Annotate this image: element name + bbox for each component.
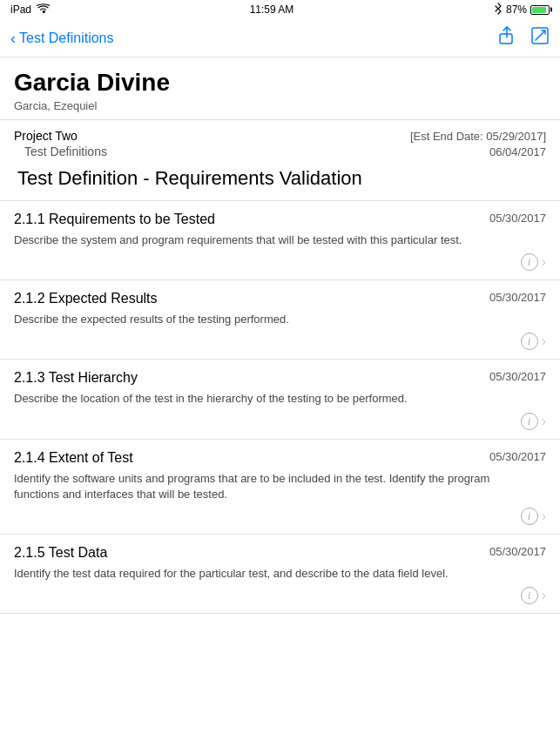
section-description: Identify the test data required for the … — [14, 566, 546, 582]
section-title: 2.1.4 Extent of Test — [14, 450, 133, 466]
chevron-right-icon: › — [542, 414, 546, 429]
info-icon[interactable]: i — [521, 333, 538, 350]
section-item: 2.1.1 Requirements to be Tested 05/30/20… — [0, 201, 560, 280]
section-header: 2.1.1 Requirements to be Tested 05/30/20… — [14, 212, 546, 227]
wifi-icon — [37, 3, 50, 16]
nav-bar: ‹ Test Definitions — [0, 19, 560, 57]
est-end-date: [Est End Date: 05/29/2017] 06/04/2017 — [410, 129, 546, 160]
section-description: Identify the software units and programs… — [14, 471, 546, 502]
battery-percent: 87% — [506, 3, 527, 16]
section-footer: i › — [14, 333, 546, 350]
section-date: 05/30/2017 — [489, 291, 546, 304]
section-header: 2.1.3 Test Hierarchy 05/30/2017 — [14, 370, 546, 386]
status-bar: iPad 11:59 AM 87% — [0, 0, 560, 19]
chevron-right-icon: › — [542, 588, 546, 603]
section-header: 2.1.2 Expected Results 05/30/2017 — [14, 291, 546, 306]
section-footer: i › — [14, 508, 546, 525]
battery-icon — [530, 5, 550, 15]
section-title: 2.1.1 Requirements to be Tested — [14, 212, 215, 227]
status-left: iPad — [10, 3, 50, 16]
share-icon[interactable] — [497, 26, 516, 50]
person-name: Garcia Divine — [14, 68, 546, 98]
info-icon[interactable]: i — [521, 413, 538, 430]
sections-list: 2.1.1 Requirements to be Tested 05/30/20… — [0, 201, 560, 614]
time-display: 11:59 AM — [250, 3, 294, 16]
section-date: 05/30/2017 — [489, 450, 546, 463]
back-label: Test Definitions — [19, 30, 114, 46]
info-icon[interactable]: i — [521, 253, 538, 271]
info-icon[interactable]: i — [521, 587, 538, 604]
section-footer: i › — [14, 253, 546, 271]
section-item: 2.1.3 Test Hierarchy 05/30/2017 Describe… — [0, 360, 560, 439]
section-date: 05/30/2017 — [489, 545, 546, 558]
breadcrumb: [Est End Date: 05/29/2017] 06/04/2017 Pr… — [0, 120, 560, 160]
svg-line-2 — [536, 31, 544, 40]
definition-title: Test Definition - Requirements Validatio… — [17, 167, 546, 190]
section-header: 2.1.5 Test Data 05/30/2017 — [14, 545, 546, 561]
section-footer: i › — [14, 413, 546, 430]
section-description: Describe the expected results of the tes… — [14, 312, 546, 327]
status-right: 87% — [494, 3, 550, 17]
section-date: 05/30/2017 — [489, 212, 546, 225]
chevron-right-icon: › — [542, 254, 546, 270]
edit-icon[interactable] — [530, 26, 550, 50]
section-item: 2.1.2 Expected Results 05/30/2017 Descri… — [0, 280, 560, 360]
chevron-right-icon: › — [542, 508, 546, 524]
back-button[interactable]: ‹ Test Definitions — [10, 30, 114, 46]
section-title: 2.1.3 Test Hierarchy — [14, 370, 138, 386]
section-title: 2.1.5 Test Data — [14, 545, 107, 561]
section-title: 2.1.2 Expected Results — [14, 291, 158, 306]
section-item: 2.1.5 Test Data 05/30/2017 Identify the … — [0, 535, 560, 614]
chevron-right-icon: › — [542, 333, 546, 349]
nav-actions — [497, 26, 550, 50]
section-description: Describe the location of the test in the… — [14, 391, 546, 407]
header: Garcia Divine Garcia, Ezequiel — [0, 57, 560, 120]
info-icon[interactable]: i — [521, 508, 538, 525]
section-header: 2.1.4 Extent of Test 05/30/2017 — [14, 450, 546, 466]
person-sub: Garcia, Ezequiel — [14, 99, 546, 112]
section-description: Describe the system and program requirem… — [14, 232, 546, 248]
section-date: 05/30/2017 — [489, 370, 546, 383]
definition-title-section: Test Definition - Requirements Validatio… — [0, 160, 560, 201]
svg-rect-0 — [500, 34, 512, 44]
back-chevron-icon: ‹ — [10, 30, 16, 46]
device-label: iPad — [10, 3, 31, 16]
bluetooth-icon — [494, 3, 503, 17]
section-footer: i › — [14, 587, 546, 604]
section-item: 2.1.4 Extent of Test 05/30/2017 Identify… — [0, 440, 560, 535]
